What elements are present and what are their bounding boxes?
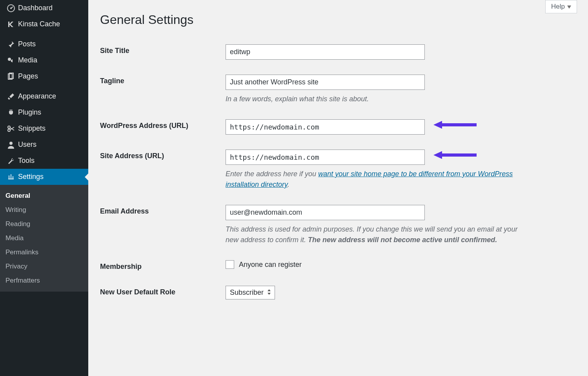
- submenu-item-privacy[interactable]: Privacy: [0, 259, 88, 274]
- tagline-input[interactable]: [226, 75, 425, 90]
- help-label: Help: [551, 3, 565, 11]
- content-area: Help General Settings Site Title Tagline…: [88, 0, 588, 376]
- membership-label: Membership: [100, 254, 226, 279]
- sidebar-item-plugins[interactable]: Plugins: [0, 104, 88, 120]
- kinsta-icon: [5, 20, 16, 28]
- annotation-arrow-icon: [433, 150, 477, 160]
- wordpress-url-label: WordPress Address (URL): [100, 113, 226, 143]
- chevron-down-icon: [567, 3, 571, 11]
- pages-icon: [5, 73, 16, 80]
- site-title-input[interactable]: [226, 44, 425, 60]
- sidebar-item-label: Users: [18, 141, 36, 149]
- user-icon: [5, 141, 16, 149]
- tagline-label: Tagline: [100, 68, 226, 113]
- site-url-input[interactable]: [226, 150, 425, 165]
- dashboard-icon: [5, 4, 16, 12]
- sidebar-item-posts[interactable]: Posts: [0, 36, 88, 52]
- sidebar-item-label: Posts: [18, 40, 36, 48]
- svg-marker-9: [433, 121, 442, 129]
- submenu-item-media[interactable]: Media: [0, 231, 88, 245]
- sidebar-item-kinsta-cache[interactable]: Kinsta Cache: [0, 16, 88, 32]
- sidebar-separator: [0, 84, 88, 88]
- wrench-icon: [5, 157, 16, 165]
- submenu-item-perfmatters[interactable]: Perfmatters: [0, 274, 88, 288]
- settings-form: Site Title Tagline In a few words, expla…: [100, 38, 576, 308]
- submenu-item-general[interactable]: General: [0, 189, 88, 203]
- submenu-item-permalinks[interactable]: Permalinks: [0, 245, 88, 259]
- sidebar-item-snippets[interactable]: Snippets: [0, 120, 88, 137]
- site-url-label: Site Address (URL): [100, 143, 226, 199]
- admin-sidebar: Dashboard Kinsta Cache Posts Media Pages…: [0, 0, 88, 376]
- membership-checkbox-label: Anyone can register: [239, 261, 302, 269]
- sidebar-separator: [0, 32, 88, 36]
- sidebar-item-label: Settings: [18, 173, 44, 181]
- wordpress-url-input[interactable]: [226, 119, 425, 135]
- sidebar-item-media[interactable]: Media: [0, 52, 88, 68]
- scissors-icon: [5, 125, 16, 133]
- sidebar-item-label: Pages: [18, 72, 38, 80]
- submenu-item-reading[interactable]: Reading: [0, 217, 88, 231]
- sidebar-item-users[interactable]: Users: [0, 137, 88, 153]
- sidebar-item-label: Appearance: [18, 92, 56, 100]
- media-icon: [5, 57, 16, 64]
- email-input[interactable]: [226, 205, 425, 220]
- default-role-select[interactable]: Subscriber: [226, 286, 275, 299]
- svg-point-7: [9, 142, 13, 145]
- plugin-icon: [5, 109, 16, 117]
- brush-icon: [5, 93, 16, 100]
- sidebar-item-label: Tools: [18, 157, 35, 165]
- site-title-label: Site Title: [100, 38, 226, 68]
- email-description: This address is used for admin purposes.…: [226, 224, 532, 245]
- settings-submenu: General Writing Reading Media Permalinks…: [0, 185, 88, 292]
- sidebar-item-label: Kinsta Cache: [18, 20, 60, 28]
- help-toggle-button[interactable]: Help: [545, 0, 577, 13]
- submenu-item-writing[interactable]: Writing: [0, 203, 88, 217]
- sidebar-item-label: Dashboard: [18, 4, 53, 12]
- sidebar-item-appearance[interactable]: Appearance: [0, 88, 88, 104]
- sidebar-item-label: Media: [18, 56, 37, 64]
- svg-point-2: [8, 58, 11, 61]
- sidebar-item-pages[interactable]: Pages: [0, 68, 88, 84]
- email-label: Email Address: [100, 199, 226, 254]
- default-role-value: Subscriber: [230, 288, 264, 297]
- sidebar-item-label: Plugins: [18, 108, 41, 117]
- tagline-description: In a few words, explain what this site i…: [226, 94, 532, 104]
- annotation-arrow-icon: [433, 120, 477, 130]
- settings-icon: [5, 173, 16, 181]
- sidebar-item-settings[interactable]: Settings: [0, 169, 88, 185]
- select-caret-icon: [268, 288, 271, 297]
- pin-icon: [5, 40, 16, 48]
- sidebar-item-dashboard[interactable]: Dashboard: [0, 0, 88, 16]
- site-url-description: Enter the address here if you want your …: [226, 169, 532, 190]
- sidebar-item-label: Snippets: [18, 124, 46, 133]
- svg-marker-11: [433, 151, 442, 159]
- page-title: General Settings: [100, 13, 576, 27]
- default-role-label: New User Default Role: [100, 279, 226, 308]
- svg-point-1: [10, 7, 12, 9]
- sidebar-item-tools[interactable]: Tools: [0, 153, 88, 169]
- membership-checkbox[interactable]: [226, 260, 234, 269]
